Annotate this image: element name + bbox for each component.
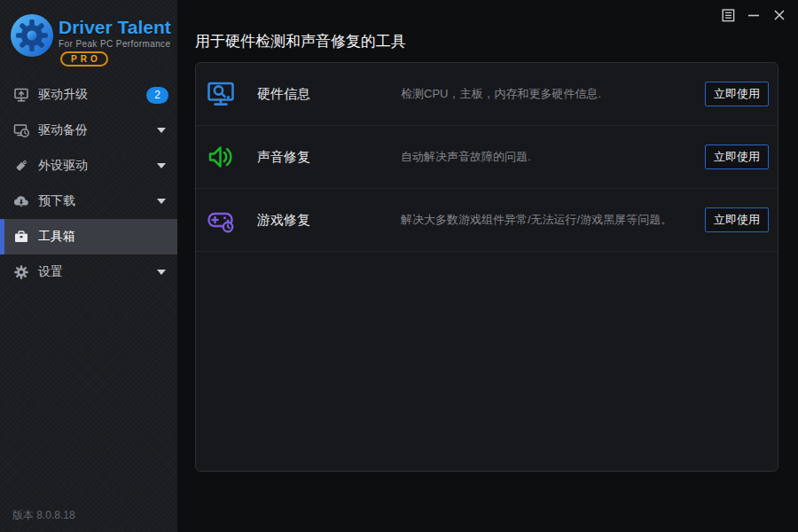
tool-name: 游戏修复 (257, 212, 401, 229)
use-now-button-sound-repair[interactable]: 立即使用 (705, 145, 769, 169)
tool-row-hardware-info: 硬件信息 检测CPU，主板，内存和更多硬件信息. 立即使用 (196, 63, 778, 126)
cloud-download-icon (12, 192, 30, 210)
tool-description: 检测CPU，主板，内存和更多硬件信息. (401, 86, 705, 102)
logo-gear-icon (8, 12, 56, 59)
sidebar: Driver Talent For Peak PC Performance PR… (0, 0, 177, 532)
app-title: Driver Talent (59, 17, 171, 38)
chevron-down-icon (157, 128, 166, 133)
chevron-down-icon (157, 163, 166, 168)
sidebar-item-label: 外设驱动 (38, 158, 88, 174)
sound-repair-icon (206, 142, 236, 172)
sidebar-item-predownload[interactable]: 预下载 (0, 184, 177, 219)
pro-badge: PRO (60, 51, 108, 66)
monitor-upgrade-icon (12, 86, 30, 104)
minimize-icon[interactable] (747, 8, 761, 22)
use-now-button-hardware-info[interactable]: 立即使用 (705, 82, 769, 106)
usb-drive-icon (12, 157, 30, 175)
sidebar-item-label: 工具箱 (38, 229, 75, 245)
sidebar-menu: 驱动升级 2 驱动备份 (0, 77, 177, 290)
toolbox-icon (12, 228, 30, 246)
tool-name: 硬件信息 (257, 86, 401, 103)
chevron-down-icon (157, 199, 166, 204)
app-logo: Driver Talent For Peak PC Performance PR… (0, 0, 177, 75)
sidebar-item-label: 驱动升级 (38, 87, 88, 103)
window-menu-icon[interactable] (721, 8, 735, 22)
tool-description: 解决大多数游戏组件异常/无法运行/游戏黑屏等问题。 (401, 212, 705, 228)
sidebar-item-label: 设置 (38, 264, 63, 280)
chevron-down-icon (157, 270, 166, 275)
app-window: Driver Talent For Peak PC Performance PR… (0, 0, 798, 532)
close-icon[interactable] (772, 8, 786, 22)
sidebar-item-driver-backup[interactable]: 驱动备份 (0, 113, 177, 148)
window-controls (721, 8, 786, 22)
sidebar-item-toolbox[interactable]: 工具箱 (0, 219, 177, 254)
use-now-button-game-repair[interactable]: 立即使用 (705, 207, 769, 232)
logo-text: Driver Talent For Peak PC Performance PR… (59, 17, 171, 66)
hardware-info-icon (206, 79, 236, 109)
sidebar-item-driver-upgrade[interactable]: 驱动升级 2 (0, 77, 177, 113)
app-subtitle: For Peak PC Performance (59, 39, 171, 49)
tool-name: 声音修复 (257, 149, 401, 166)
game-repair-icon (206, 205, 236, 235)
tool-description: 自动解决声音故障的问题. (401, 149, 705, 165)
tools-panel: 硬件信息 检测CPU，主板，内存和更多硬件信息. 立即使用 声音修复 自动解决声… (195, 62, 778, 472)
sidebar-item-label: 预下载 (38, 193, 75, 209)
version-label: 版本 8.0.8.18 (12, 508, 75, 523)
sidebar-item-peripheral-drivers[interactable]: 外设驱动 (0, 148, 177, 184)
monitor-backup-icon (12, 121, 30, 139)
sidebar-item-settings[interactable]: 设置 (0, 254, 177, 290)
main-content: 用于硬件检测和声音修复的工具 硬件信息 检测CPU，主板，内存和更多硬件信息. (177, 0, 798, 532)
gear-icon (12, 263, 30, 281)
tool-row-game-repair: 游戏修复 解决大多数游戏组件异常/无法运行/游戏黑屏等问题。 立即使用 (196, 189, 778, 252)
page-title: 用于硬件检测和声音修复的工具 (195, 31, 406, 51)
tool-row-sound-repair: 声音修复 自动解决声音故障的问题. 立即使用 (196, 126, 778, 189)
update-count-badge: 2 (146, 87, 168, 104)
sidebar-item-label: 驱动备份 (38, 122, 88, 138)
